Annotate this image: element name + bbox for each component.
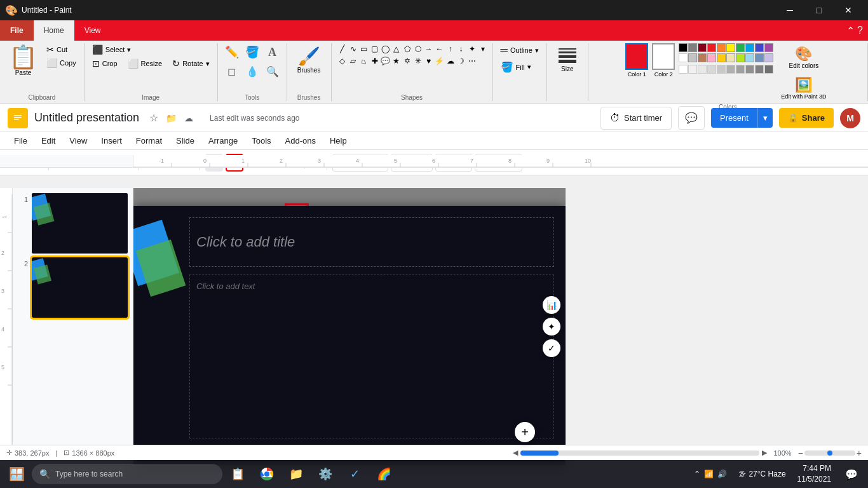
- magnify-tool[interactable]: 🔍: [264, 62, 281, 80]
- tray-chevron-icon[interactable]: ⌃: [694, 470, 700, 478]
- shape-diamond[interactable]: ◇: [337, 55, 348, 67]
- swatch-cyan[interactable]: [745, 43, 754, 52]
- add-button[interactable]: +: [515, 422, 535, 442]
- crop-button[interactable]: ⊡ Crop: [90, 57, 120, 70]
- color2-swatch[interactable]: [652, 43, 675, 70]
- user-avatar[interactable]: M: [840, 108, 860, 128]
- scrollbar-track[interactable]: [520, 451, 759, 456]
- zoom-out-button[interactable]: −: [798, 448, 803, 458]
- folder-icon[interactable]: 📁: [166, 113, 177, 123]
- swatch-gray[interactable]: [688, 43, 697, 52]
- swatch-red[interactable]: [707, 43, 716, 52]
- copy-button[interactable]: ⬜ Copy: [44, 57, 79, 69]
- notification-button[interactable]: 💬: [837, 460, 865, 488]
- share-button[interactable]: 🔒 Share: [779, 108, 834, 128]
- swatch-w10[interactable]: [764, 65, 773, 74]
- shape-star5[interactable]: ★: [391, 55, 402, 67]
- taskbar-app1[interactable]: ⚙️: [311, 460, 339, 488]
- shape-rect[interactable]: ▭: [358, 43, 370, 55]
- shape-arrow-l[interactable]: ←: [434, 43, 445, 55]
- shape-lightning[interactable]: ⚡: [434, 55, 445, 67]
- menu-edit[interactable]: Edit: [35, 133, 62, 148]
- swatch-yellow[interactable]: [726, 43, 735, 52]
- maximize-button[interactable]: □: [804, 0, 834, 20]
- slide-thumb-1[interactable]: 1: [18, 193, 128, 254]
- shape-ellipse[interactable]: ◯: [380, 43, 391, 55]
- taskbar-app2[interactable]: ✓: [341, 460, 369, 488]
- swatch-w5[interactable]: [717, 65, 726, 74]
- paste-button[interactable]: 📋 Paste: [5, 43, 41, 79]
- eraser-tool[interactable]: ◻: [223, 62, 241, 80]
- ribbon-collapse-icon[interactable]: ⌃: [846, 25, 855, 37]
- taskbar-taskview[interactable]: 📋: [224, 460, 252, 488]
- scrollbar-thumb[interactable]: [520, 451, 559, 456]
- shape-trapezoid[interactable]: ⏢: [358, 55, 370, 67]
- google-sheets-icon[interactable]: 📊: [543, 296, 560, 314]
- swatch-w6[interactable]: [726, 65, 735, 74]
- slide-title-box[interactable]: Click to add title: [189, 217, 554, 267]
- shape-moon[interactable]: ☽: [456, 55, 467, 67]
- start-button[interactable]: 🪟: [3, 460, 31, 488]
- scroll-right-icon[interactable]: ▶: [762, 449, 767, 457]
- comment-button[interactable]: 💬: [678, 106, 705, 130]
- shape-arrow-r[interactable]: →: [423, 43, 435, 55]
- google-explore-icon[interactable]: ✦: [543, 318, 560, 336]
- tab-home[interactable]: Home: [34, 20, 74, 41]
- shape-arrow-d[interactable]: ↓: [456, 43, 467, 55]
- menu-arrange[interactable]: Arrange: [202, 133, 244, 148]
- shape-roundrect[interactable]: ▢: [369, 43, 381, 55]
- speaker-icon[interactable]: 🔊: [717, 470, 727, 478]
- menu-help[interactable]: Help: [323, 133, 353, 148]
- shape-arrow-u[interactable]: ↑: [445, 43, 456, 55]
- swatch-w2[interactable]: [688, 65, 697, 74]
- shape-pentagon[interactable]: ⬠: [402, 43, 413, 55]
- swatch-ltblue[interactable]: [755, 53, 764, 62]
- shape-curve[interactable]: ∿: [348, 43, 359, 55]
- swatch-w3[interactable]: [698, 65, 707, 74]
- swatch-green[interactable]: [736, 43, 745, 52]
- tab-file[interactable]: File: [0, 20, 34, 41]
- pencil-tool[interactable]: ✏️: [223, 43, 241, 61]
- swatch-white[interactable]: [679, 53, 688, 62]
- shape-hexagon[interactable]: ⬡: [412, 43, 424, 55]
- slide-preview-1[interactable]: [32, 193, 128, 254]
- menu-slide[interactable]: Slide: [170, 133, 201, 148]
- menu-tools[interactable]: Tools: [245, 133, 277, 148]
- size-button[interactable]: Size: [552, 43, 583, 75]
- network-icon[interactable]: 📶: [704, 470, 714, 478]
- swatch-w7[interactable]: [736, 65, 745, 74]
- menu-file[interactable]: File: [8, 133, 34, 148]
- swatch-w4[interactable]: [707, 65, 716, 74]
- rotate-button[interactable]: ↻ Rotate ▾: [170, 57, 212, 70]
- taskbar-files[interactable]: 📁: [282, 460, 310, 488]
- swatch-blue[interactable]: [755, 43, 764, 52]
- swatch-w9[interactable]: [755, 65, 764, 74]
- taskbar-app3[interactable]: 🌈: [370, 460, 398, 488]
- zoom-slider-thumb[interactable]: [827, 451, 832, 456]
- cut-button[interactable]: ✂ Cut: [44, 43, 79, 56]
- swatch-lime[interactable]: [736, 53, 745, 62]
- cloud-icon[interactable]: ☁: [184, 113, 193, 123]
- slide-canvas[interactable]: Click to add title Click to add text: [133, 206, 566, 447]
- swatch-brown[interactable]: [698, 53, 707, 62]
- swatch-w8[interactable]: [745, 65, 754, 74]
- select-button[interactable]: ⬛ Select ▾: [90, 43, 134, 56]
- slides-title[interactable]: Untitled presentation: [34, 111, 139, 125]
- zoom-in-button[interactable]: +: [857, 448, 862, 458]
- present-dropdown-button[interactable]: ▾: [757, 108, 773, 128]
- scrollbar-h[interactable]: ◀ ▶: [513, 449, 767, 457]
- help-icon[interactable]: ?: [857, 25, 863, 36]
- start-timer-button[interactable]: ⏱ Start timer: [600, 107, 672, 130]
- menu-view[interactable]: View: [63, 133, 93, 148]
- swatch-ltcyan[interactable]: [745, 53, 754, 62]
- brushes-button[interactable]: 🖌️ Brushes: [294, 43, 325, 76]
- menu-format[interactable]: Format: [130, 133, 168, 148]
- swatch-purple[interactable]: [764, 43, 773, 52]
- scroll-left-icon[interactable]: ◀: [513, 449, 518, 457]
- outline-button[interactable]: ═ Outline ▾: [498, 43, 541, 57]
- shape-cloud[interactable]: ☁: [445, 55, 456, 67]
- taskbar-chrome[interactable]: [253, 460, 281, 488]
- shape-cross[interactable]: ✚: [369, 55, 381, 67]
- slide-text-box[interactable]: Click to add text: [189, 274, 554, 438]
- star-icon[interactable]: ☆: [149, 112, 158, 124]
